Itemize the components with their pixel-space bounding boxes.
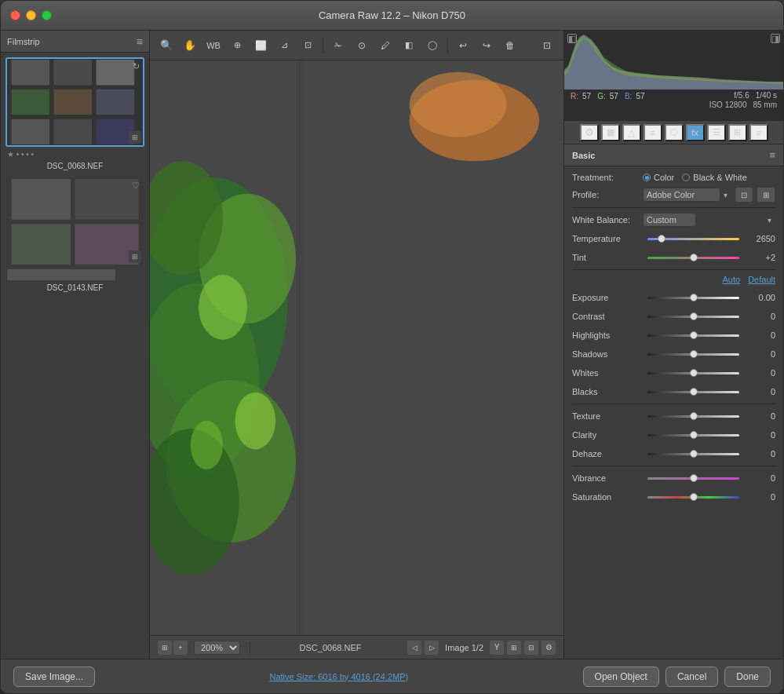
- texture-slider[interactable]: [647, 409, 739, 423]
- cancel-button[interactable]: Cancel: [665, 667, 718, 687]
- open-object-button[interactable]: Open Object: [583, 667, 659, 687]
- toolbar-right: ⊡: [537, 35, 557, 56]
- tint-slider[interactable]: [647, 250, 739, 265]
- film-thumbnail-1: ↻ ⊞: [7, 59, 143, 145]
- highlights-handle[interactable]: [690, 331, 698, 339]
- detail-tool-btn[interactable]: △: [622, 124, 641, 141]
- clarity-handle[interactable]: [690, 431, 698, 439]
- exposure-handle[interactable]: [690, 294, 698, 301]
- histogram-chart: [564, 31, 783, 89]
- dehaze-handle[interactable]: [690, 450, 698, 458]
- native-size-link[interactable]: Native Size: 6016 by 4016 (24.2MP): [269, 672, 408, 681]
- exposure-slider[interactable]: [647, 290, 739, 305]
- grad-filter-tool[interactable]: ◧: [399, 35, 419, 56]
- filmstrip-item-2[interactable]: ♡ ⊞ DSC_014: [5, 177, 144, 294]
- status-y-btn[interactable]: Y: [490, 641, 504, 655]
- clarity-slider[interactable]: [647, 428, 739, 442]
- adj-brush-tool[interactable]: 🖊: [375, 35, 396, 56]
- filmstrip-menu-icon[interactable]: ≡: [137, 35, 143, 48]
- radial-filter-tool[interactable]: ◯: [422, 35, 443, 56]
- shadows-slider[interactable]: [647, 347, 739, 361]
- status-right-tools: Y ⊞ ⊟ ⚙: [490, 641, 556, 655]
- whites-handle[interactable]: [690, 369, 698, 377]
- basic-panel: Basic ≡ Treatment: Color: [564, 144, 783, 659]
- rotate-ccw-tool[interactable]: ↩: [453, 35, 473, 56]
- texture-handle[interactable]: [690, 412, 698, 420]
- vibrance-slider[interactable]: [647, 471, 739, 485]
- contrast-slider[interactable]: [647, 309, 739, 323]
- contrast-handle[interactable]: [690, 312, 698, 320]
- saturation-handle[interactable]: [690, 493, 698, 501]
- toolbar-sep-2: [447, 38, 448, 53]
- whites-slider[interactable]: [647, 366, 739, 380]
- straighten-tool[interactable]: ⊿: [274, 35, 294, 56]
- default-link[interactable]: Default: [748, 275, 775, 284]
- dehaze-slider[interactable]: [647, 447, 739, 461]
- filmstrip-item-1[interactable]: ↻ ⊞: [5, 57, 144, 172]
- basic-section-title: Basic: [572, 151, 595, 160]
- profile-select[interactable]: Adobe Color Adobe Landscape Adobe Portra…: [643, 188, 720, 202]
- done-button[interactable]: Done: [724, 667, 771, 687]
- blacks-row: Blacks 0: [572, 385, 775, 399]
- curve-tool-btn[interactable]: ▦: [601, 124, 620, 141]
- save-image-button[interactable]: Save Image...: [13, 667, 95, 687]
- expand-status-btn[interactable]: ⊞: [158, 641, 172, 655]
- status-settings-btn[interactable]: ⚙: [542, 641, 556, 655]
- zoom-tool[interactable]: 🔍: [156, 35, 177, 56]
- close-button[interactable]: [10, 10, 20, 20]
- zoom-select[interactable]: 200% 100% 50% Fit: [194, 641, 240, 655]
- status-compare-btn[interactable]: ⊞: [507, 641, 521, 655]
- next-image-btn[interactable]: ▷: [425, 641, 439, 655]
- tint-handle[interactable]: [690, 254, 698, 261]
- wb-select[interactable]: Custom As Shot Auto Daylight Cloudy Shad…: [643, 213, 696, 227]
- treatment-color-option[interactable]: Color: [643, 173, 674, 182]
- rotate-cw-tool[interactable]: ↪: [476, 35, 497, 56]
- app-window: Camera Raw 12.2 – Nikon D750 Filmstrip ≡…: [0, 0, 784, 694]
- split-tone-btn[interactable]: ⬡: [665, 124, 684, 141]
- prev-image-btn[interactable]: ◁: [407, 641, 421, 655]
- saturation-slider[interactable]: [647, 490, 739, 504]
- camera-info-row1: f/5.6 1/40 s: [734, 91, 777, 100]
- treatment-color-radio[interactable]: [643, 174, 651, 181]
- basic-panel-content: Treatment: Color Black & White: [564, 166, 783, 515]
- main-toolbar: 🔍 ✋ WB ⊕ ⬜ ⊿ ⊡ ✁ ⊙ 🖊 ◧ ◯ ↩ ↪ 🗑 ⊡: [150, 31, 563, 60]
- image-area[interactable]: [150, 60, 563, 635]
- profile-browse-btn[interactable]: ⊡: [735, 187, 753, 203]
- blacks-slider[interactable]: [647, 385, 739, 399]
- hsl-tool-btn[interactable]: ≡: [644, 124, 662, 141]
- blacks-handle[interactable]: [690, 388, 698, 396]
- basic-section-header[interactable]: Basic ≡: [564, 144, 783, 166]
- transform-tool[interactable]: ⊡: [297, 35, 318, 56]
- add-status-btn[interactable]: +: [173, 641, 188, 655]
- highlight-clipping-icon[interactable]: ◨: [771, 34, 780, 43]
- treatment-bw-option[interactable]: Black & White: [682, 173, 746, 182]
- spot-removal-tool[interactable]: ✁: [328, 35, 348, 56]
- shadow-clipping-icon[interactable]: ◧: [567, 34, 577, 43]
- basic-section-menu-icon[interactable]: ≡: [769, 149, 775, 161]
- presets-btn[interactable]: ≡: [749, 124, 768, 141]
- wb-tool[interactable]: WB: [203, 35, 224, 56]
- color-sampler-tool[interactable]: ⊕: [227, 35, 247, 56]
- fx-tool-btn[interactable]: fx: [686, 124, 705, 141]
- histogram-tool-btn[interactable]: ⚙: [580, 124, 599, 141]
- vibrance-handle[interactable]: [690, 474, 698, 482]
- lens-tool-btn[interactable]: ⊞: [728, 124, 747, 141]
- calib-tool-btn[interactable]: ☰: [707, 124, 726, 141]
- minimize-button[interactable]: [26, 10, 36, 20]
- auto-link[interactable]: Auto: [723, 275, 741, 284]
- hand-tool[interactable]: ✋: [180, 35, 200, 56]
- red-eye-tool[interactable]: ⊙: [352, 35, 372, 56]
- svg-rect-3: [97, 60, 135, 85]
- highlights-slider[interactable]: [647, 328, 739, 342]
- crop-tool[interactable]: ⬜: [250, 35, 271, 56]
- delete-tool[interactable]: 🗑: [500, 35, 520, 56]
- svg-rect-4: [11, 89, 49, 115]
- maximize-button[interactable]: [42, 10, 52, 20]
- temperature-slider[interactable]: [647, 232, 739, 246]
- profile-grid-btn[interactable]: ⊞: [757, 187, 775, 203]
- status-filmstrip-btn[interactable]: ⊟: [524, 641, 538, 655]
- shadows-handle[interactable]: [690, 350, 698, 358]
- full-screen-btn[interactable]: ⊡: [537, 35, 557, 56]
- temperature-handle[interactable]: [658, 235, 665, 243]
- treatment-bw-radio[interactable]: [682, 174, 690, 181]
